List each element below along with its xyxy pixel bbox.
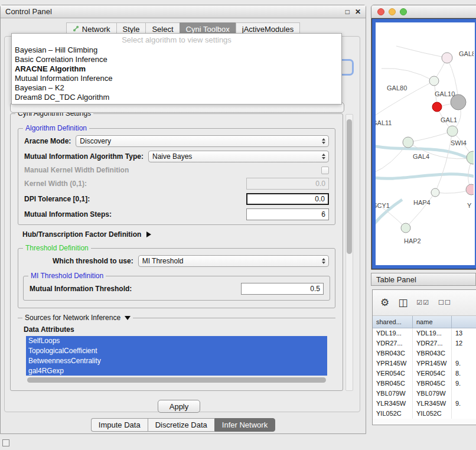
network-node[interactable] xyxy=(432,102,442,112)
network-node[interactable] xyxy=(442,53,452,63)
horizontal-scrollbar[interactable] xyxy=(27,377,326,383)
window-title: Control Panel xyxy=(5,7,52,16)
network-edge[interactable] xyxy=(382,69,434,81)
chevron-down-icon xyxy=(125,316,131,320)
algorithm-option[interactable]: Bayesian – K2 xyxy=(12,83,341,93)
minimize-button[interactable] xyxy=(389,8,396,15)
table-cell: YBR045C xyxy=(413,379,452,389)
network-edge[interactable] xyxy=(435,131,452,193)
network-node[interactable] xyxy=(403,137,413,148)
attribute-item[interactable]: TopologicalCoefficient xyxy=(26,346,327,356)
column-header[interactable]: name xyxy=(413,316,452,328)
column-header[interactable]: shared... xyxy=(373,316,413,328)
network-edge[interactable] xyxy=(396,46,447,58)
hub-definition-toggle[interactable]: Hub/Transcription Factor Definition xyxy=(15,225,338,240)
mi-steps-field[interactable]: 6 xyxy=(246,208,329,220)
dpi-tolerance-field[interactable]: 0.0 xyxy=(246,193,329,205)
column-layout-icon[interactable]: ◫ xyxy=(398,298,407,308)
sources-toggle[interactable]: Sources for Network Inference xyxy=(22,314,133,322)
table-row[interactable]: YER054CYER054C8. xyxy=(373,369,476,379)
table-toolbar: ⚙ ◫ ☑☑ ☐☐ xyxy=(373,290,476,316)
table-cell: YLR345W xyxy=(413,399,452,409)
algorithm-option[interactable]: ARACNE Algorithm xyxy=(12,64,341,74)
table-row[interactable]: YDL19...YDL19...13 xyxy=(373,328,476,338)
algorithm-definition-group: Algorithm Definition Aracne Mode: Discov… xyxy=(18,128,335,225)
network-node[interactable] xyxy=(467,151,474,164)
mi-threshold-label: Mutual Information Threshold: xyxy=(30,285,132,293)
table-row[interactable]: YBR045CYBR045C9. xyxy=(373,379,476,389)
table-row[interactable]: YLR345WYLR345W9. xyxy=(373,399,476,409)
network-canvas[interactable]: GAL8GAL80GAL10GAL11GAL1SWI4GAL4GCY1HAP4Y… xyxy=(376,22,474,267)
network-window-titlebar[interactable] xyxy=(371,5,476,18)
zoom-button[interactable] xyxy=(400,8,407,15)
algorithm-option[interactable]: Mutual Information Inference xyxy=(12,74,341,83)
table-row[interactable]: YPR145WYPR145W9. xyxy=(373,358,476,369)
bottom-tab-infer-network[interactable]: Infer Network xyxy=(214,418,275,432)
table-body: YDL19...YDL19...13YDR27...YDR27...12YBR0… xyxy=(373,328,476,419)
network-edge[interactable] xyxy=(408,131,452,142)
kernel-width-label: Kernel Width (0,1): xyxy=(24,180,87,188)
cyni-algorithm-settings-group: Cyni Algorithm Settings Algorithm Defini… xyxy=(10,113,343,391)
table-row[interactable]: YBL079WYBL079W xyxy=(373,389,476,399)
network-icon xyxy=(73,25,79,34)
which-threshold-combobox[interactable]: MI Threshold xyxy=(138,255,329,267)
table-cell: YBR043C xyxy=(373,348,413,358)
mi-type-combobox[interactable]: Naive Bayes xyxy=(148,151,329,162)
network-node[interactable] xyxy=(466,184,474,195)
data-attributes-label: Data Attributes xyxy=(18,323,335,335)
table-cell: YDL19... xyxy=(373,328,413,338)
popup-placeholder: Select algorithm to view settings xyxy=(12,35,341,45)
table-cell: 9. xyxy=(452,399,476,409)
algorithm-option[interactable]: Bayesian – Hill Climbing xyxy=(12,45,341,55)
threshold-definition-group: Threshold Definition Which threshold to … xyxy=(18,248,335,308)
network-view-window: GAL8GAL80GAL10GAL11GAL1SWI4GAL4GCY1HAP4Y… xyxy=(371,5,476,270)
deselect-all-icon[interactable]: ☐☐ xyxy=(438,299,451,306)
attribute-item[interactable]: SelfLoops xyxy=(26,336,327,346)
table-cell: YBL079W xyxy=(413,389,452,399)
attribute-item[interactable]: gal4RGexp xyxy=(26,366,327,376)
apply-button[interactable]: Apply xyxy=(158,400,200,413)
aracne-mode-combobox[interactable]: Discovery xyxy=(76,135,329,147)
which-threshold-value: MI Threshold xyxy=(142,257,184,265)
algorithm-option[interactable]: Dream8 DC_TDC Algorithm xyxy=(12,93,341,102)
attribute-item[interactable]: BetweennessCentrality xyxy=(26,356,327,366)
bottom-tab-discretize-data[interactable]: Discretize Data xyxy=(148,418,214,432)
select-all-icon[interactable]: ☑☑ xyxy=(416,299,429,306)
close-button[interactable] xyxy=(377,8,384,15)
network-node[interactable] xyxy=(431,188,439,197)
node-label: GAL11 xyxy=(376,119,392,126)
table-panel-titlebar[interactable]: Table Panel xyxy=(371,273,476,286)
network-view-content: GAL8GAL80GAL10GAL11GAL1SWI4GAL4GCY1HAP4Y… xyxy=(371,18,476,269)
table-cell xyxy=(452,389,476,399)
table-cell: 13 xyxy=(452,328,476,338)
control-panel-titlebar[interactable]: Control Panel □ ✕ xyxy=(1,5,366,18)
kernel-width-field[interactable]: 0.0 xyxy=(246,178,329,190)
table-cell: YPR145W xyxy=(413,358,452,369)
table-row[interactable]: YIL052CYIL052C xyxy=(373,409,476,419)
table-cell: YER054C xyxy=(413,369,452,379)
column-header[interactable] xyxy=(452,316,476,328)
algorithm-option[interactable]: Basic Correlation Inference xyxy=(12,55,341,64)
network-node[interactable] xyxy=(447,126,458,136)
table-row[interactable]: YDR27...YDR27...12 xyxy=(373,338,476,348)
table-row[interactable]: YBR043CYBR043C xyxy=(373,348,476,358)
mi-threshold-title: MI Threshold Definition xyxy=(28,272,106,280)
window-buttons xyxy=(377,8,407,15)
table-cell: YBR045C xyxy=(373,379,413,389)
scrollbar-thumb[interactable] xyxy=(347,119,352,254)
manual-kernel-checkbox[interactable] xyxy=(321,167,329,174)
algorithm-popup-list: Bayesian – Hill ClimbingBasic Correlatio… xyxy=(12,45,341,102)
network-node[interactable] xyxy=(429,76,439,86)
bottom-tab-impute-data[interactable]: Impute Data xyxy=(91,418,148,432)
network-edge[interactable] xyxy=(406,193,435,228)
restore-icon[interactable]: □ xyxy=(345,8,350,16)
network-node[interactable] xyxy=(401,223,410,233)
network-edge[interactable] xyxy=(376,174,474,179)
tab-label: jActiveModules xyxy=(242,25,294,34)
vertical-scrollbar[interactable] xyxy=(345,114,353,391)
mi-threshold-field[interactable]: 0.5 xyxy=(241,283,324,295)
close-icon[interactable]: ✕ xyxy=(355,8,361,16)
node-label: GAL1 xyxy=(441,116,457,123)
docked-window-icon[interactable] xyxy=(2,439,9,446)
gear-icon[interactable]: ⚙ xyxy=(380,298,389,308)
